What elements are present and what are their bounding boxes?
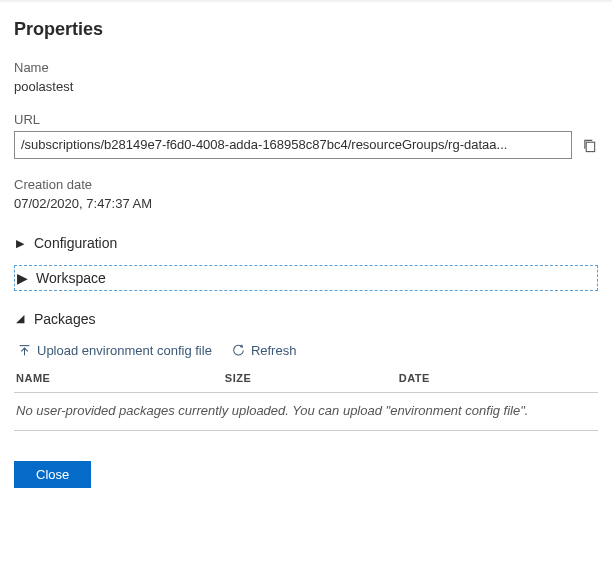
section-packages-label: Packages — [34, 311, 95, 327]
close-button[interactable]: Close — [14, 461, 91, 488]
chevron-right-icon: ▶ — [17, 270, 28, 286]
upload-label: Upload environment config file — [37, 343, 212, 358]
copy-icon[interactable] — [580, 136, 598, 154]
section-workspace[interactable]: ▶ Workspace — [14, 265, 598, 291]
svg-rect-0 — [586, 142, 594, 151]
url-label: URL — [14, 112, 598, 127]
col-name: NAME — [16, 372, 225, 384]
col-size: SIZE — [225, 372, 399, 384]
col-date: DATE — [399, 372, 596, 384]
packages-empty-message: No user-provided packages currently uplo… — [14, 393, 598, 431]
section-configuration[interactable]: ▶ Configuration — [14, 229, 598, 257]
name-label: Name — [14, 60, 598, 75]
created-label: Creation date — [14, 177, 598, 192]
created-value: 07/02/2020, 7:47:37 AM — [14, 196, 598, 211]
section-packages[interactable]: ◢ Packages — [14, 305, 598, 333]
refresh-button[interactable]: Refresh — [232, 343, 297, 358]
url-input[interactable] — [14, 131, 572, 159]
packages-table-header: NAME SIZE DATE — [14, 372, 598, 393]
chevron-down-icon: ◢ — [16, 312, 26, 325]
name-value: poolastest — [14, 79, 598, 94]
section-configuration-label: Configuration — [34, 235, 117, 251]
section-workspace-label: Workspace — [36, 270, 106, 286]
upload-env-config-button[interactable]: Upload environment config file — [18, 343, 212, 358]
page-title: Properties — [14, 19, 598, 40]
refresh-label: Refresh — [251, 343, 297, 358]
chevron-right-icon: ▶ — [16, 237, 26, 250]
